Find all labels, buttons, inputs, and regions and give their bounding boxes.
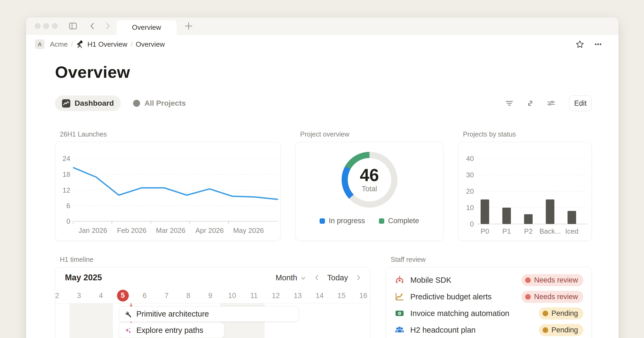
status-badge: Pending (539, 324, 583, 336)
staff-row-invoice-matching-automation[interactable]: Invoice matching automation Pending (395, 305, 583, 322)
date-cell[interactable]: 8 (186, 291, 190, 300)
window-close-button[interactable] (35, 23, 41, 29)
date-cell[interactable]: 14 (316, 291, 324, 300)
status-label: Pending (551, 326, 578, 334)
timeline-body: Primitive architecture Explore entry pa (55, 303, 370, 338)
svg-text:10: 10 (466, 204, 474, 212)
legend-item-in-progress[interactable]: In progress (320, 217, 365, 225)
banknote-icon (395, 308, 404, 318)
date-cell[interactable]: 13 (294, 291, 302, 300)
tab-overview[interactable]: Overview (116, 20, 177, 35)
wrench-icon (125, 310, 132, 318)
timeline-view-selector[interactable]: Month (276, 273, 306, 282)
svg-text:0: 0 (470, 220, 474, 228)
view-tab-all-projects[interactable]: All Projects (128, 95, 191, 111)
date-cell[interactable]: 10 (228, 291, 236, 300)
event-title: Primitive architecture (136, 310, 209, 318)
status-label: Needs review (534, 276, 578, 284)
bar-chart: 40 30 20 10 0 P0 P1 P2 Back... Iced (458, 142, 592, 241)
breadcrumb-current[interactable]: Overview (134, 39, 167, 50)
status-dot (525, 294, 531, 300)
page-content: Overview Dashboard All Projects (26, 54, 619, 338)
staff-item-title: Mobile SDK (410, 276, 515, 285)
nav-forward-icon[interactable] (104, 22, 112, 30)
view-tab-dashboard[interactable]: Dashboard (55, 95, 121, 111)
expand-icon[interactable] (526, 99, 535, 108)
bar-P1[interactable] (502, 208, 511, 224)
legend-item-complete[interactable]: Complete (379, 217, 419, 225)
date-cell[interactable]: 11 (250, 291, 258, 300)
bar-P2[interactable] (524, 214, 533, 224)
settings-sliders-icon[interactable] (547, 99, 556, 108)
donut-chart-title: Project overview (295, 130, 444, 138)
legend-label: Complete (388, 217, 419, 225)
line-chart-card[interactable]: 24 18 12 6 0 Jan 2026 Feb 2026 Mar 2026 … (55, 142, 280, 241)
svg-text:Back...: Back... (539, 227, 561, 235)
timeline-card[interactable]: May 2025 Month Today (55, 267, 370, 338)
new-tab-icon[interactable] (184, 21, 193, 31)
svg-text:24: 24 (63, 155, 70, 163)
svg-text:Iced: Iced (565, 227, 578, 235)
date-cell[interactable]: 15 (337, 291, 345, 300)
weekend-shade (69, 303, 113, 338)
svg-text:P1: P1 (502, 227, 511, 235)
svg-text:Mar 2026: Mar 2026 (156, 226, 185, 234)
event-title: Explore entry paths (136, 326, 203, 335)
sidebar-toggle-icon[interactable] (69, 22, 77, 30)
staff-row-h2-headcount-plan[interactable]: H2 headcount plan Pending (395, 322, 583, 338)
edit-button[interactable]: Edit (569, 95, 592, 111)
timeline-today-button[interactable]: Today (327, 273, 348, 282)
nav-back-icon[interactable] (88, 22, 96, 30)
breadcrumb-workspace[interactable]: Acme (48, 39, 70, 50)
window-minimize-button[interactable] (43, 23, 49, 29)
status-badge: Needs review (521, 274, 583, 286)
bar-P0[interactable] (481, 200, 489, 224)
date-cell[interactable]: 12 (272, 291, 280, 300)
date-cell[interactable]: 16 (359, 291, 367, 300)
staff-row-predictive-budget-alerts[interactable]: Predictive budget alerts Needs review (395, 288, 583, 305)
status-dot (543, 311, 548, 316)
svg-text:12: 12 (63, 186, 70, 194)
timeline-prev-icon[interactable] (313, 274, 320, 281)
staff-item-title: H2 headcount plan (410, 326, 533, 335)
workspace-avatar[interactable]: A (35, 39, 45, 49)
donut-chart-card[interactable]: 46 Total In progress Complete (295, 142, 443, 241)
date-cell[interactable]: 7 (164, 291, 169, 300)
date-cell[interactable]: 2 (55, 291, 59, 300)
complete-swatch (379, 218, 384, 224)
staff-review-section-title: Staff review (386, 256, 426, 263)
more-options-icon[interactable] (594, 40, 602, 49)
favorite-star-icon[interactable] (576, 40, 584, 49)
status-label: Needs review (534, 293, 578, 301)
date-cell[interactable]: 4 (99, 291, 103, 300)
timeline-event-explore-entry-paths[interactable]: Explore entry paths (119, 323, 224, 338)
timeline-dates-row: 2345678910111213141516 (55, 288, 370, 303)
timeline-next-icon[interactable] (355, 274, 362, 281)
circle-icon (133, 100, 140, 107)
bar-series (481, 200, 576, 224)
date-cell[interactable]: 3 (77, 291, 81, 300)
svg-text:May 2026: May 2026 (233, 226, 264, 234)
staff-item-title: Invoice matching automation (410, 309, 533, 318)
window-zoom-button[interactable] (52, 23, 58, 29)
bar-chart-card[interactable]: 40 30 20 10 0 P0 P1 P2 Back... Iced (458, 142, 592, 241)
bar-Iced[interactable] (568, 211, 576, 224)
date-cell[interactable]: 9 (208, 291, 212, 300)
page-title: Overview (55, 63, 592, 82)
svg-text:20: 20 (466, 187, 474, 195)
filter-icon[interactable] (505, 99, 514, 108)
breadcrumb-parent[interactable]: H1 Overview (85, 39, 130, 50)
tab-overview-label: Overview (132, 23, 161, 32)
window-titlebar: Overview (26, 17, 619, 35)
timeline-view-label: Month (276, 273, 297, 282)
staff-row-mobile-sdk[interactable]: Mobile SDK Needs review (395, 272, 583, 288)
date-cell-today[interactable]: 5 (117, 290, 129, 302)
staff-review-card[interactable]: Mobile SDK Needs review (386, 267, 592, 338)
date-cell[interactable]: 6 (142, 291, 147, 300)
svg-text:Jan 2026: Jan 2026 (79, 226, 107, 234)
timeline-event-primitive-architecture[interactable]: Primitive architecture (119, 306, 299, 322)
bar-Back...[interactable] (546, 200, 554, 224)
line-chart-title: 26H1 Launches (55, 130, 280, 138)
donut-total-label: Total (362, 185, 377, 193)
workspace-avatar-letter: A (38, 41, 42, 47)
